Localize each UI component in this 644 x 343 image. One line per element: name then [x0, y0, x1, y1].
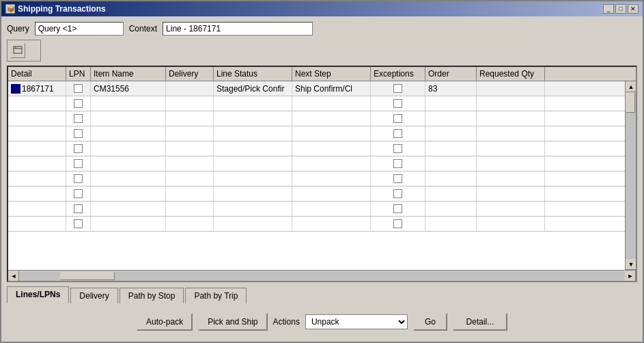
tabs-row: Lines/LPNs Delivery Path by Stop Path by…	[7, 286, 637, 303]
cell-exceptions[interactable]	[371, 111, 425, 126]
cell-exceptions[interactable]	[371, 81, 425, 96]
cell-exceptions[interactable]	[371, 156, 425, 171]
cell-exceptions[interactable]	[371, 202, 425, 216]
lpn-checkbox[interactable]	[74, 159, 83, 168]
cell-lpn[interactable]	[66, 81, 91, 96]
refresh-icon[interactable]	[10, 43, 25, 58]
cell-item: CM31556	[91, 81, 166, 96]
cell-nextstep	[292, 96, 371, 111]
scroll-thumb-v[interactable]	[626, 92, 635, 113]
lpn-checkbox[interactable]	[74, 129, 83, 138]
lpn-checkbox[interactable]	[74, 144, 83, 153]
scroll-up-button[interactable]: ▲	[626, 81, 636, 92]
lpn-checkbox[interactable]	[74, 174, 83, 183]
cell-lpn[interactable]	[66, 172, 91, 186]
go-button[interactable]: Go	[413, 313, 447, 331]
cell-detail	[8, 202, 66, 216]
cell-item	[91, 156, 166, 171]
exception-checkbox[interactable]	[393, 99, 402, 108]
cell-delivery	[166, 141, 214, 156]
exception-checkbox[interactable]	[393, 159, 402, 168]
lpn-checkbox[interactable]	[74, 99, 83, 108]
col-header-detail: Detail	[8, 67, 66, 81]
cell-qty	[477, 81, 545, 96]
exception-checkbox[interactable]	[393, 84, 402, 93]
tab-delivery[interactable]: Delivery	[70, 288, 117, 303]
table-row[interactable]	[8, 141, 625, 156]
minimize-button[interactable]: _	[603, 4, 614, 14]
cell-exceptions[interactable]	[371, 172, 425, 186]
cell-order	[425, 141, 477, 156]
cell-lpn[interactable]	[66, 141, 91, 156]
query-input[interactable]	[35, 22, 124, 36]
cell-exceptions[interactable]	[371, 96, 425, 111]
table-row[interactable]	[8, 156, 625, 172]
exception-checkbox[interactable]	[393, 219, 402, 228]
cell-nextstep	[292, 172, 371, 186]
cell-lpn[interactable]	[66, 156, 91, 171]
cell-detail	[8, 156, 66, 171]
cell-qty	[477, 202, 545, 216]
scroll-thumb-h[interactable]	[60, 272, 115, 280]
row-selected-icon	[11, 84, 20, 94]
cell-lpn[interactable]	[66, 111, 91, 126]
table-row[interactable]	[8, 187, 625, 202]
col-header-delivery: Delivery	[166, 67, 214, 81]
table-row[interactable]	[8, 217, 625, 232]
actions-select[interactable]: Unpack Pack Ship Confirm	[305, 314, 408, 329]
tab-lines[interactable]: Lines/LPNs	[7, 286, 69, 303]
scroll-down-button[interactable]: ▼	[626, 259, 636, 270]
cell-exceptions[interactable]	[371, 217, 425, 231]
lpn-checkbox[interactable]	[74, 114, 83, 123]
cell-item	[91, 202, 166, 216]
title-bar-left: 📦 Shipping Transactions	[5, 4, 106, 14]
cell-qty	[477, 96, 545, 111]
lpn-checkbox[interactable]	[74, 204, 83, 213]
table-row[interactable]: 1867171 CM31556 Staged/Pick Confir Ship …	[8, 81, 625, 96]
cell-lpn[interactable]	[66, 217, 91, 231]
exception-checkbox[interactable]	[393, 114, 402, 123]
cell-item	[91, 126, 166, 141]
context-input[interactable]	[163, 22, 313, 36]
col-header-exceptions: Exceptions	[371, 67, 425, 81]
cell-order	[425, 126, 477, 141]
scroll-left-button[interactable]: ◄	[8, 271, 19, 282]
table-row[interactable]	[8, 202, 625, 217]
cell-lpn[interactable]	[66, 96, 91, 111]
vertical-scrollbar[interactable]: ▲ ▼	[625, 81, 636, 270]
cell-exceptions[interactable]	[371, 187, 425, 201]
tab-path-stop[interactable]: Path by Stop	[120, 288, 184, 303]
exception-checkbox[interactable]	[393, 189, 402, 198]
exception-checkbox[interactable]	[393, 174, 402, 183]
cell-delivery	[166, 81, 214, 96]
horizontal-scrollbar[interactable]: ◄ ►	[8, 270, 636, 281]
tab-path-trip[interactable]: Path by Trip	[185, 288, 247, 303]
autopack-button[interactable]: Auto-pack	[137, 313, 193, 331]
cell-lpn[interactable]	[66, 202, 91, 216]
exception-checkbox[interactable]	[393, 144, 402, 153]
table-row[interactable]	[8, 111, 625, 126]
table-row[interactable]	[8, 172, 625, 187]
cell-exceptions[interactable]	[371, 126, 425, 141]
table-row[interactable]	[8, 126, 625, 141]
cell-detail	[8, 187, 66, 201]
close-button[interactable]: ✕	[628, 4, 639, 14]
cell-item	[91, 187, 166, 201]
cell-detail: 1867171	[8, 81, 66, 96]
maximize-button[interactable]: □	[615, 4, 626, 14]
detail-button[interactable]: Detail...	[453, 313, 507, 331]
scroll-right-button[interactable]: ►	[625, 271, 636, 282]
lpn-checkbox[interactable]	[74, 189, 83, 198]
cell-exceptions[interactable]	[371, 141, 425, 156]
exception-checkbox[interactable]	[393, 129, 402, 138]
exception-checkbox[interactable]	[393, 204, 402, 213]
cell-qty	[477, 187, 545, 201]
lpn-checkbox[interactable]	[74, 219, 83, 228]
pick-ship-button[interactable]: Pick and Ship	[198, 313, 267, 331]
cell-lpn[interactable]	[66, 187, 91, 201]
table-row[interactable]	[8, 96, 625, 111]
lpn-checkbox[interactable]	[74, 84, 83, 93]
cell-lpn[interactable]	[66, 126, 91, 141]
cell-delivery	[166, 172, 214, 186]
window-icon: 📦	[5, 4, 15, 14]
